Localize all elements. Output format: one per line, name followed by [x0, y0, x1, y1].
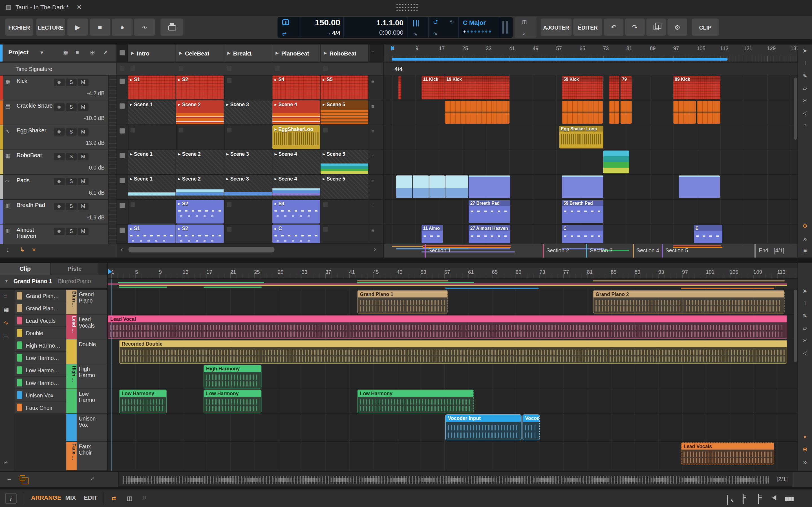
audio-clip[interactable]: Grand Piano 2: [593, 290, 784, 314]
arm-button[interactable]: [54, 203, 65, 210]
magnet-snap-icon[interactable]: ∩: [798, 122, 812, 128]
editor-track-row[interactable]: Faux Choir: [14, 401, 66, 414]
group-name[interactable]: High Harmo: [77, 364, 107, 388]
clip-mode-button[interactable]: CLIP: [692, 18, 719, 36]
layer-strip[interactable]: High …: [66, 364, 77, 388]
launcher-clip[interactable]: C: [272, 224, 320, 243]
position-section[interactable]: 1.1.1.00 0:00.000: [344, 17, 408, 38]
editor-track-row[interactable]: High Harmo…: [14, 339, 66, 352]
arm-button[interactable]: [54, 128, 65, 136]
track-launcher-menu-icon[interactable]: ≡: [371, 228, 374, 233]
close-icon[interactable]: ✕: [77, 4, 82, 11]
arranger-clip[interactable]: [445, 101, 510, 124]
loop-section[interactable]: ↺ ∿ ∿: [429, 17, 459, 38]
shuffle-icon[interactable]: ⇄: [111, 495, 116, 502]
editor-track-row[interactable]: Low Harmo…: [14, 364, 66, 377]
empty-clip-slot[interactable]: [323, 227, 328, 232]
mute-button[interactable]: M: [78, 128, 89, 136]
track-volume[interactable]: -13.9 dB: [84, 140, 105, 146]
track-name[interactable]: Unison Vox: [26, 392, 54, 398]
tracks-view-icon[interactable]: ≡: [4, 293, 7, 299]
launcher-clip[interactable]: Scene 4: [272, 100, 320, 124]
launcher-clip[interactable]: Scene 2: [176, 150, 223, 174]
audio-clip[interactable]: Low Harmony: [119, 390, 167, 413]
layer-strip[interactable]: Faux …: [66, 442, 77, 470]
time-signature-value[interactable]: 4/4: [332, 30, 340, 36]
scene-header[interactable]: ▶ Intro: [128, 45, 175, 62]
tab-clip[interactable]: Clip: [0, 263, 50, 275]
project-title[interactable]: Project: [8, 49, 29, 55]
solo-button[interactable]: S: [66, 153, 77, 161]
scene-play-icon[interactable]: ▶: [275, 51, 278, 55]
edit-mode-button[interactable]: EDIT: [84, 495, 98, 501]
audio-clip[interactable]: Recorded Double: [119, 340, 787, 363]
track-name[interactable]: Low Harmo…: [26, 367, 59, 374]
redo-button[interactable]: ↷: [625, 18, 645, 36]
layers-icon[interactable]: [20, 475, 26, 481]
track-name[interactable]: Low Harmo…: [26, 355, 59, 361]
track-volume[interactable]: -10.0 dB: [84, 115, 105, 121]
piano-keyboard-icon[interactable]: [785, 495, 794, 501]
launcher-clip[interactable]: S1: [128, 75, 175, 99]
audio-engine-panel[interactable]: ◫ ♪: [515, 17, 537, 38]
editor-track-row[interactable]: Low Harmo…: [14, 352, 66, 364]
arranger-clip[interactable]: [620, 101, 631, 124]
resize-icon[interactable]: ↕: [89, 475, 96, 482]
audio-clip[interactable]: Lead Vocal: [108, 315, 787, 339]
audio-clip[interactable]: Grand Piano 1: [357, 290, 448, 314]
arranger-clip[interactable]: [609, 101, 619, 124]
launcher-clip[interactable]: S2: [176, 224, 223, 243]
editor-track-row[interactable]: Low Harmo…: [14, 377, 66, 389]
launcher-clip[interactable]: Scene 5: [320, 175, 368, 199]
zoom-icon[interactable]: [727, 495, 728, 505]
track-name[interactable]: Low Harmo…: [26, 380, 59, 386]
dual-panel-icon[interactable]: ◫: [127, 495, 133, 502]
layer-strip[interactable]: Lead …: [66, 315, 77, 339]
arranger-clip[interactable]: 11 Kick: [421, 76, 445, 100]
scene-menu-icon[interactable]: ≡: [371, 49, 374, 55]
solo-button[interactable]: S: [66, 128, 77, 136]
horizontal-scrollbar[interactable]: [129, 247, 274, 252]
track-name[interactable]: Pads: [17, 177, 54, 183]
editor-track-row[interactable]: Grand Pian…: [14, 302, 66, 315]
arranger-clip[interactable]: [603, 151, 629, 173]
solo-button[interactable]: S: [66, 78, 77, 86]
list-view-icon[interactable]: ≡: [75, 49, 79, 55]
editor-playhead-marker[interactable]: [108, 269, 112, 274]
options-icon[interactable]: ✳: [4, 459, 8, 465]
pen-tool-icon[interactable]: ✎: [798, 72, 812, 79]
track-name[interactable]: High Harmo…: [26, 342, 60, 349]
track-volume[interactable]: -1.9 dB: [87, 214, 105, 220]
stop-button[interactable]: ■: [90, 18, 110, 36]
track-launcher-menu-icon[interactable]: ≡: [371, 103, 374, 109]
pointer-tool-icon[interactable]: ➤: [798, 288, 812, 294]
knife-tool-icon[interactable]: ✂: [798, 337, 812, 344]
expand-view-icon[interactable]: ⊞: [90, 49, 95, 56]
arranger-clip[interactable]: [398, 76, 401, 100]
scene-header[interactable]: ▶ Break1: [224, 45, 272, 62]
undo-button[interactable]: ↶: [604, 18, 624, 36]
layer-group[interactable]: High … High Harmo: [66, 364, 107, 389]
launcher-clip[interactable]: Scene 4: [272, 175, 320, 199]
follow-playhead-icon[interactable]: ⊕: [798, 446, 812, 453]
section-label[interactable]: Section 4: [637, 247, 660, 253]
filter-primary[interactable]: Grand Piano 1: [13, 278, 52, 284]
stop-all-clips-icon[interactable]: ×: [32, 246, 36, 253]
launcher-clip[interactable]: Scene 5: [320, 100, 368, 124]
empty-clip-slot[interactable]: [227, 227, 232, 232]
section-marker[interactable]: [424, 244, 426, 258]
track-name[interactable]: Grand Pian…: [26, 305, 59, 312]
section-label[interactable]: Section 5: [665, 247, 688, 253]
track-row[interactable]: ▱ Pads S M -6.1 dB: [0, 175, 117, 200]
metronome-icon[interactable]: [282, 19, 289, 25]
audio-clip[interactable]: Low Harmony: [357, 390, 474, 413]
track-name[interactable]: Kick: [17, 78, 54, 84]
launcher-clip[interactable]: S1: [128, 224, 175, 243]
empty-clip-slot[interactable]: [131, 128, 135, 133]
launcher-clip[interactable]: Scene 1: [128, 100, 175, 124]
arranger-clip[interactable]: [413, 175, 429, 198]
track-volume[interactable]: 0.0 dB: [89, 165, 105, 171]
stop-clip-button[interactable]: [119, 228, 124, 233]
scene-play-icon[interactable]: ▶: [227, 51, 231, 55]
track-name[interactable]: Egg Shaker: [17, 128, 54, 134]
